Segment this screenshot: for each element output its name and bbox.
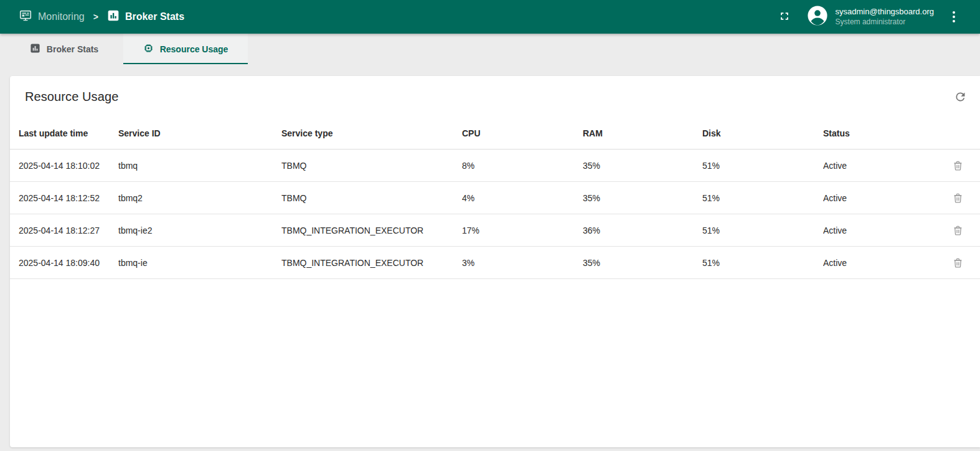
delete-trash-icon: [952, 192, 964, 204]
cell-cpu: 3%: [462, 258, 583, 268]
cell-service-id: tbmq-ie2: [118, 226, 281, 235]
cell-cpu: 17%: [462, 226, 583, 235]
cell-service-type: TBMQ_INTEGRATION_EXECUTOR: [281, 226, 462, 235]
cell-service-type: TBMQ: [281, 161, 462, 171]
column-header-disk[interactable]: Disk: [702, 128, 823, 138]
column-header-service-type[interactable]: Service type: [281, 128, 462, 138]
refresh-button[interactable]: [949, 85, 971, 108]
cell-disk: 51%: [702, 161, 823, 171]
cell-status: Active: [823, 258, 940, 268]
column-header-status[interactable]: Status: [823, 128, 940, 138]
column-header-service-id[interactable]: Service ID: [118, 128, 281, 138]
cell-status: Active: [823, 161, 940, 171]
cell-cpu: 4%: [462, 193, 583, 203]
delete-row-button[interactable]: [946, 154, 969, 177]
tab-label: Broker Stats: [47, 44, 98, 54]
cell-last-update-time: 2025-04-14 18:12:27: [19, 226, 118, 235]
user-role: System administrator: [836, 17, 934, 27]
column-header-cpu[interactable]: CPU: [462, 128, 583, 138]
fullscreen-icon: [778, 10, 791, 24]
refresh-icon: [954, 90, 967, 103]
resource-usage-table: Last update time Service ID Service type…: [10, 117, 980, 279]
cell-disk: 51%: [702, 193, 823, 203]
cell-ram: 36%: [583, 226, 702, 235]
table-row[interactable]: 2025-04-14 18:09:40 tbmq-ie TBMQ_INTEGRA…: [10, 247, 980, 279]
appbar-actions: sysadmin@thingsboard.org System administ…: [773, 5, 963, 29]
delete-row-button[interactable]: [946, 252, 969, 274]
cell-service-type: TBMQ: [281, 193, 462, 203]
more-options-button[interactable]: [945, 6, 963, 28]
fullscreen-button[interactable]: [773, 6, 796, 28]
cell-ram: 35%: [583, 258, 702, 268]
bar-chart-icon: [30, 43, 40, 55]
card-header: Resource Usage: [10, 76, 980, 117]
breadcrumb: Monitoring > Broker Stats: [19, 9, 184, 25]
cell-cpu: 8%: [462, 161, 583, 171]
cell-service-type: TBMQ_INTEGRATION_EXECUTOR: [281, 258, 462, 268]
monitoring-display-icon: [19, 9, 32, 25]
cell-last-update-time: 2025-04-14 18:10:02: [19, 161, 118, 171]
delete-trash-icon: [952, 257, 964, 268]
cell-service-id: tbmq-ie: [118, 258, 281, 268]
cell-service-id: tbmq: [118, 161, 281, 171]
column-header-ram[interactable]: RAM: [583, 128, 702, 138]
user-info[interactable]: sysadmin@thingsboard.org System administ…: [836, 7, 934, 27]
cell-ram: 35%: [583, 161, 702, 171]
breadcrumb-label-monitoring: Monitoring: [38, 11, 85, 22]
tab-broker-stats[interactable]: Broker Stats: [5, 34, 123, 64]
tab-label: Resource Usage: [160, 44, 229, 54]
cell-disk: 51%: [702, 258, 823, 268]
breadcrumb-item-broker-stats[interactable]: Broker Stats: [107, 9, 184, 24]
kebab-menu-icon: [953, 11, 955, 22]
memory-chip-icon: [143, 43, 154, 55]
breadcrumb-item-monitoring[interactable]: Monitoring: [19, 9, 85, 25]
cell-last-update-time: 2025-04-14 18:09:40: [19, 258, 118, 268]
tab-resource-usage[interactable]: Resource Usage: [123, 34, 248, 64]
cell-ram: 35%: [583, 193, 702, 203]
cell-service-id: tbmq2: [118, 193, 281, 203]
table-row[interactable]: 2025-04-14 18:12:52 tbmq2 TBMQ 4% 35% 51…: [10, 182, 980, 214]
user-email: sysadmin@thingsboard.org: [836, 7, 934, 17]
table-header-row: Last update time Service ID Service type…: [10, 117, 980, 150]
cell-last-update-time: 2025-04-14 18:12:52: [19, 193, 118, 203]
delete-trash-icon: [952, 224, 964, 236]
account-circle-icon[interactable]: [807, 5, 828, 29]
bar-chart-icon: [107, 9, 120, 24]
delete-row-button[interactable]: [946, 187, 969, 209]
breadcrumb-separator: >: [91, 12, 101, 22]
breadcrumb-label-broker-stats: Broker Stats: [125, 11, 184, 22]
column-header-last-update-time[interactable]: Last update time: [19, 128, 118, 138]
delete-row-button[interactable]: [946, 219, 969, 242]
cell-status: Active: [823, 226, 940, 235]
page-title: Resource Usage: [25, 90, 118, 104]
delete-trash-icon: [952, 159, 964, 171]
resource-usage-card: Resource Usage Last update time Service …: [10, 76, 980, 447]
table-body: 2025-04-14 18:10:02 tbmq TBMQ 8% 35% 51%…: [10, 150, 980, 279]
cell-disk: 51%: [702, 226, 823, 235]
table-row[interactable]: 2025-04-14 18:10:02 tbmq TBMQ 8% 35% 51%…: [10, 150, 980, 182]
tab-bar: Broker Stats Resource Usage: [0, 34, 980, 64]
cell-status: Active: [823, 193, 940, 203]
table-row[interactable]: 2025-04-14 18:12:27 tbmq-ie2 TBMQ_INTEGR…: [10, 214, 980, 247]
app-bar: Monitoring > Broker Stats: [0, 0, 980, 34]
